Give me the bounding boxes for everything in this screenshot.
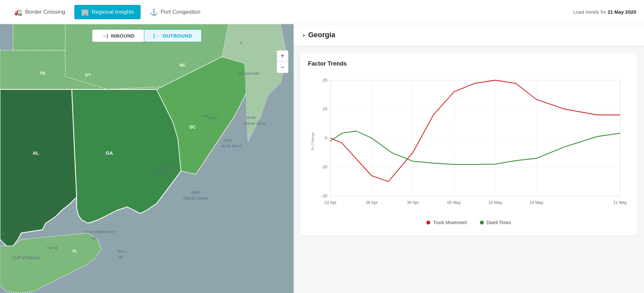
svg-text:0: 0 [325, 135, 327, 140]
zoom-in-button[interactable]: + [277, 51, 288, 62]
label-sc: SC [189, 124, 195, 130]
label-ponte-vedra: Ponte Vedra Beach [84, 230, 115, 234]
svg-text:10: 10 [323, 106, 327, 111]
legend-truck-movement: Truck Movement [426, 220, 467, 225]
building-icon: 🏢 [81, 8, 89, 16]
truck-movement-dot [426, 221, 430, 224]
anchor-icon: ⚓ [150, 8, 158, 16]
label-fl: FL [72, 249, 78, 254]
label-te: te [2, 232, 5, 235]
label-the-vil: The Vil [47, 246, 58, 250]
dwell-times-dot [480, 221, 484, 224]
state-title: Georgia [308, 31, 335, 39]
label-north-atlantic-ocean-1: Atlantic Ocea [243, 121, 265, 125]
main-content: →| INBOUND |→ OUTBOUND + − [0, 24, 644, 293]
label-odo: odo [117, 255, 123, 259]
svg-text:20: 20 [323, 78, 327, 83]
nav-regional-insights-label: Regional Insights [92, 9, 134, 15]
label-tn: TN [39, 71, 45, 76]
label-beaufort: Beaufort [163, 164, 177, 168]
label-nc: NC [180, 63, 186, 68]
label-gulf-mexico: Gulf of Mexico [12, 255, 39, 260]
us-map: KY TN NC SC GA AL FL Kill Devil Hills No… [0, 24, 294, 293]
nav-border-crossing-label: Border Crossing [25, 9, 65, 15]
header-date: Load trends for 21 May 2020 [573, 9, 636, 15]
label-ltona: ltona [117, 250, 125, 253]
chart-legend: Truck Movement Dwell Times [308, 220, 630, 225]
chart-title: Factor Trends [308, 60, 630, 67]
label-pi: pi [1, 239, 5, 243]
svg-text:-10: -10 [321, 164, 328, 169]
header: 🚛 Border Crossing 🏢 Regional Insights ⚓ … [0, 0, 644, 24]
outbound-arrow-icon: |→ [153, 33, 160, 39]
label-savannah: Savannah [152, 171, 168, 175]
zoom-out-button[interactable]: − [277, 62, 288, 73]
svg-text:15 May: 15 May [529, 200, 544, 205]
state-chevron-icon: › [303, 31, 305, 39]
label-a: a [240, 40, 242, 44]
label-ky: KY [85, 72, 91, 77]
svg-text:05 May: 05 May [447, 200, 461, 205]
nav-border-crossing[interactable]: 🚛 Border Crossing [8, 5, 72, 19]
label-jville: jville [202, 114, 209, 118]
svg-text:10 May: 10 May [488, 200, 502, 205]
right-panel: › Georgia Factor Trends [294, 24, 644, 293]
svg-text:26 Apr: 26 Apr [366, 200, 378, 205]
svg-text:22 Apr: 22 Apr [325, 200, 337, 205]
date-value: 21 May 2020 [607, 9, 636, 15]
svg-text:-20: -20 [321, 193, 328, 198]
label-kill-devil-hills: Kill Devil Hills [238, 71, 260, 75]
outbound-button[interactable]: |→ OUTBOUND [144, 29, 202, 42]
nav-port-congestion[interactable]: ⚓ Port Congestion [143, 5, 207, 19]
label-ington: ington [209, 116, 218, 119]
chart-card: Factor Trends [300, 53, 637, 236]
label-ga-small: Ga [91, 237, 96, 240]
label-myrtle-beach: Myrtle Beach [221, 144, 242, 148]
nav-port-congestion-label: Port Congestion [161, 9, 200, 15]
chart-container: 20 10 0 -10 -20 % Change 22 Apr 26 Apr 3… [308, 74, 630, 213]
inbound-arrow-icon: →| [101, 33, 108, 39]
label-north-myrtle: North [224, 138, 233, 142]
main-nav: 🚛 Border Crossing 🏢 Regional Insights ⚓ … [8, 5, 207, 19]
direction-toggle: →| INBOUND |→ OUTBOUND [92, 29, 202, 42]
svg-text:% Change: % Change [310, 132, 315, 150]
label-al: AL [33, 150, 39, 156]
map-section: →| INBOUND |→ OUTBOUND + − [0, 24, 294, 293]
dwell-times-label: Dwell Times [486, 220, 511, 225]
legend-dwell-times: Dwell Times [480, 220, 511, 225]
nav-regional-insights[interactable]: 🏢 Regional Insights [74, 5, 141, 19]
svg-text:21 May: 21 May [613, 200, 627, 205]
inbound-button[interactable]: →| INBOUND [92, 29, 144, 42]
truck-icon: 🚛 [14, 8, 23, 16]
label-north-atlantic-2: North [191, 190, 201, 195]
label-ga: GA [106, 150, 113, 156]
state-header[interactable]: › Georgia [294, 24, 644, 46]
label-north-atlantic-1: North [247, 116, 256, 119]
zoom-controls: + − [277, 50, 288, 73]
truck-movement-label: Truck Movement [433, 220, 467, 225]
label-atlantic-ocean-2: Atlantic Ocean [183, 196, 208, 201]
inbound-label: INBOUND [111, 33, 135, 39]
outbound-label: OUTBOUND [162, 33, 192, 39]
svg-text:30 Apr: 30 Apr [407, 200, 419, 205]
